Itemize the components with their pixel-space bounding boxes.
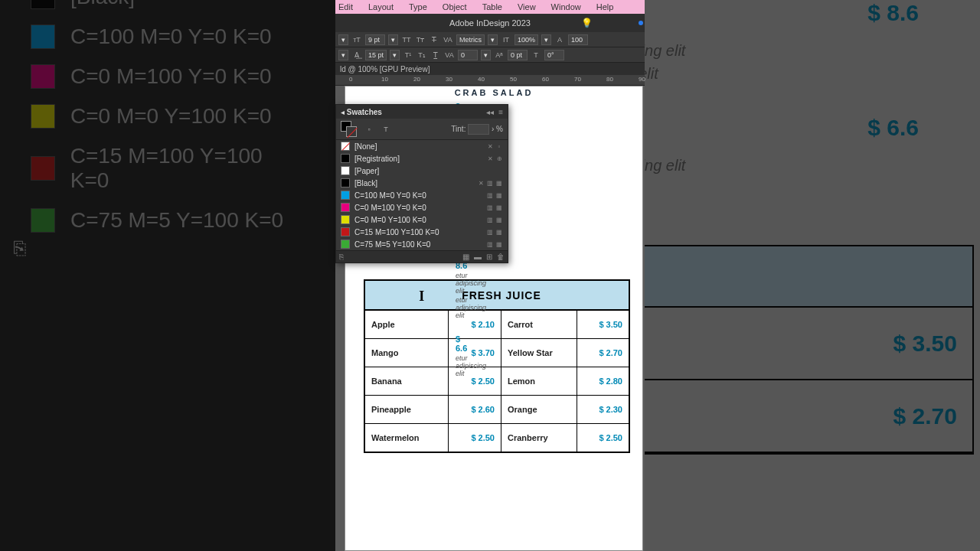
background-zoom-left: [Black]C=100 M=0 Y=0 K=0C=0 M=100 Y=0 K=… — [0, 0, 335, 551]
scale-icon: IT — [501, 34, 511, 45]
noedit-icon: ✕ — [486, 142, 494, 150]
char-icon: A — [554, 34, 565, 45]
swatch-row[interactable]: C=0 M=0 Y=100 K=0▥▦ — [336, 214, 508, 226]
formatting-container-icon[interactable]: ▫ — [364, 124, 374, 135]
process-icon: ▦ — [495, 240, 503, 248]
noedit-icon: ✕ — [477, 179, 485, 187]
noedit-icon: ✕ — [486, 155, 494, 162]
table-row[interactable]: Pineapple$ 2.60Orange$ 2.30 — [364, 396, 629, 424]
process-icon: ▦ — [495, 191, 503, 199]
swatches-list[interactable]: [None]✕▫[Registration]✕⊕[Paper][Black]✕▥… — [336, 140, 508, 250]
font-dropdown[interactable]: ▾ — [338, 34, 348, 45]
lock-icon: ▫ — [495, 142, 503, 150]
menu-table[interactable]: Table — [482, 2, 502, 11]
tracking-field[interactable]: 0 — [458, 50, 478, 60]
leading-icon: A͟ — [351, 50, 362, 60]
panel-menu-icon[interactable]: ≡ — [498, 108, 503, 116]
fontsize-icon: тT — [351, 34, 362, 45]
subscript-icon[interactable]: T₁ — [416, 50, 427, 60]
allcaps-icon[interactable]: TT — [401, 34, 412, 45]
process-icon: ▦ — [495, 179, 503, 187]
trash-icon[interactable]: 🗑 — [497, 253, 505, 261]
menu-layout[interactable]: Layout — [368, 2, 394, 11]
background-zoom-right: $ 8.6 piscing elit ing elit $ 6.6 piscin… — [645, 0, 980, 551]
control-bar-row1: ▾ тT 9 pt▾ TT Tᴛ T̶ VA Metrics▾ IT 100%▾… — [335, 32, 645, 47]
tint-input[interactable] — [468, 124, 489, 135]
cmyk-icon: ▥ — [486, 179, 494, 187]
control-bar-row2: ▾ A͟ 15 pt▾ T¹ T₁ T̲ VA 0▾ Aª 0 pt T 0° — [335, 47, 645, 63]
hscale-field[interactable]: 100% — [514, 34, 538, 45]
baseline-field[interactable]: 0 pt — [508, 50, 528, 60]
app-title: Adobe InDesign 2023 — [449, 18, 531, 28]
menu-help[interactable]: Help — [596, 2, 614, 11]
underline-icon[interactable]: T̲ — [430, 50, 441, 60]
horizontal-ruler: 0102030405060708090 — [335, 75, 645, 86]
swap-icon[interactable]: ⎘ — [339, 253, 344, 261]
hint-icon[interactable]: 💡 — [581, 18, 593, 28]
swatch-row[interactable]: C=100 M=0 Y=0 K=0▥▦ — [336, 189, 508, 201]
strike-icon[interactable]: T̶ — [429, 34, 439, 45]
indesign-app-window: Edit Layout Type Object Table View Windo… — [335, 0, 645, 551]
price: $ 6.6 — [456, 334, 467, 353]
process-icon: ▦ — [495, 216, 503, 223]
fill-stroke-icon[interactable] — [341, 121, 358, 138]
swatches-panel[interactable]: ◂ Swatches ◂◂≡ ▫ T Tint: › % [None]✕▫[Re… — [335, 104, 508, 263]
menu-edit[interactable]: Edit — [338, 2, 353, 11]
cmyk-icon: ▥ — [486, 191, 494, 199]
cmyk-icon: ▥ — [486, 240, 494, 248]
kerning-select[interactable]: Metrics — [456, 34, 485, 45]
formatting-text-icon[interactable]: T — [381, 124, 391, 135]
menubar: Edit Layout Type Object Table View Windo… — [335, 0, 645, 14]
swatch-row[interactable]: [Black]✕▥▦ — [336, 177, 508, 189]
tint-control: Tint: › % — [451, 124, 503, 135]
swatch-row[interactable]: C=0 M=100 Y=0 K=0▥▦ — [336, 201, 508, 214]
canvas[interactable]: CRAB SALAD $ 9.7$ 8.6etur adipiscing ell… — [335, 86, 645, 551]
table-row[interactable]: Watermelon$ 2.50Cranberry$ 2.50 — [364, 424, 629, 453]
style-dropdown[interactable]: ▾ — [338, 50, 348, 60]
new-swatch-icon[interactable]: ⊞ — [486, 253, 492, 261]
tracking-icon: VA — [444, 50, 455, 60]
skew-icon: T — [531, 50, 541, 60]
leading-field[interactable]: 15 pt — [365, 50, 387, 60]
swatches-footer: ⎘ ▦ ▬ ⊞ 🗑 — [336, 250, 508, 262]
document-tab[interactable]: ld @ 100% [GPU Preview] — [335, 63, 645, 75]
app-titlebar: Adobe InDesign 2023 💡 — [335, 14, 645, 32]
swatch-row[interactable]: [None]✕▫ — [336, 140, 508, 152]
cmyk-icon: ▥ — [486, 204, 494, 211]
new-group-icon[interactable]: ▦ — [462, 253, 469, 261]
skew-field[interactable]: 0° — [544, 50, 564, 60]
cmyk-icon: ▥ — [486, 228, 494, 236]
folder-icon[interactable]: ▬ — [474, 253, 482, 261]
menu-view[interactable]: View — [518, 2, 536, 11]
cmyk-icon: ▥ — [486, 216, 494, 223]
reg-icon: ⊕ — [495, 155, 503, 162]
process-icon: ▦ — [495, 204, 503, 211]
process-icon: ▦ — [495, 228, 503, 236]
menu-object[interactable]: Object — [443, 2, 467, 11]
swatch-row[interactable]: [Paper] — [336, 165, 508, 177]
superscript-icon[interactable]: T¹ — [403, 50, 413, 60]
menu-window[interactable]: Window — [551, 2, 581, 11]
swatch-row[interactable]: C=15 M=100 Y=100 K=0▥▦ — [336, 226, 508, 238]
swatches-toolbar: ▫ T Tint: › % — [336, 119, 508, 140]
collapse-icon[interactable]: ◂◂ — [486, 108, 494, 116]
sync-dot-icon — [639, 21, 643, 25]
swatches-panel-header[interactable]: ◂ Swatches ◂◂≡ — [336, 105, 508, 119]
baseline-icon: Aª — [494, 50, 505, 60]
menu-type[interactable]: Type — [409, 2, 427, 11]
swatch-row[interactable]: [Registration]✕⊕ — [336, 152, 508, 165]
other-field[interactable]: 100 — [568, 34, 588, 45]
text-cursor-icon: I — [419, 289, 424, 304]
smallcaps-icon[interactable]: Tᴛ — [415, 34, 426, 45]
font-size-field[interactable]: 9 pt — [365, 34, 385, 45]
kerning-icon: VA — [443, 34, 453, 45]
swatch-row[interactable]: C=75 M=5 Y=100 K=0▥▦ — [336, 238, 508, 250]
